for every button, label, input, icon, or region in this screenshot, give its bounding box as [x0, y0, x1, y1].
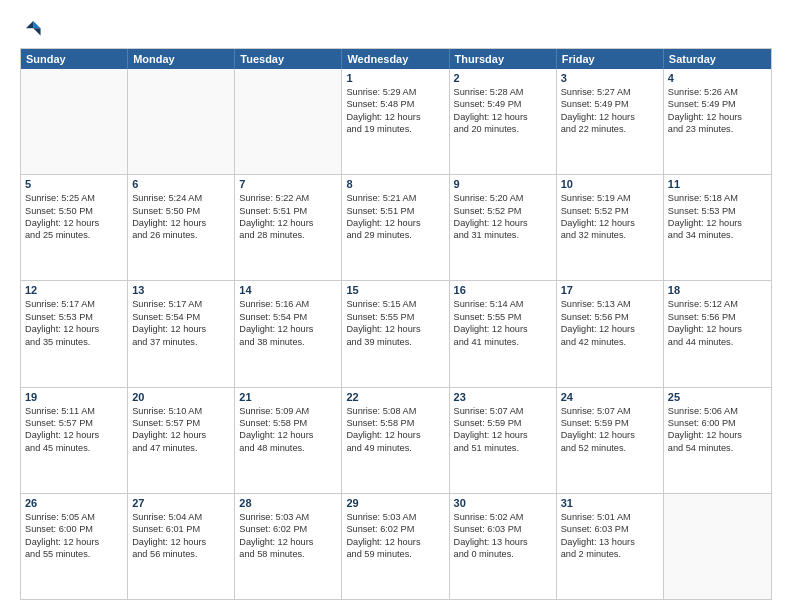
day-cell-20: 20Sunrise: 5:10 AMSunset: 5:57 PMDayligh…: [128, 388, 235, 493]
day-number: 6: [132, 178, 230, 190]
day-cell-8: 8Sunrise: 5:21 AMSunset: 5:51 PMDaylight…: [342, 175, 449, 280]
week-row-5: 26Sunrise: 5:05 AMSunset: 6:00 PMDayligh…: [21, 493, 771, 599]
cell-line: Daylight: 12 hours: [346, 536, 444, 548]
day-cell-31: 31Sunrise: 5:01 AMSunset: 6:03 PMDayligh…: [557, 494, 664, 599]
cell-line: Sunset: 5:54 PM: [132, 311, 230, 323]
day-cell-30: 30Sunrise: 5:02 AMSunset: 6:03 PMDayligh…: [450, 494, 557, 599]
day-cell-9: 9Sunrise: 5:20 AMSunset: 5:52 PMDaylight…: [450, 175, 557, 280]
cell-line: Daylight: 12 hours: [454, 429, 552, 441]
cell-line: Sunset: 5:50 PM: [25, 205, 123, 217]
cell-line: and 31 minutes.: [454, 229, 552, 241]
cell-line: and 39 minutes.: [346, 336, 444, 348]
calendar-body: 1Sunrise: 5:29 AMSunset: 5:48 PMDaylight…: [21, 69, 771, 599]
cell-line: and 2 minutes.: [561, 548, 659, 560]
cell-line: and 51 minutes.: [454, 442, 552, 454]
logo-icon: [20, 18, 42, 40]
cell-line: Sunrise: 5:22 AM: [239, 192, 337, 204]
day-number: 8: [346, 178, 444, 190]
day-number: 4: [668, 72, 767, 84]
day-cell-14: 14Sunrise: 5:16 AMSunset: 5:54 PMDayligh…: [235, 281, 342, 386]
cell-line: Sunset: 5:51 PM: [239, 205, 337, 217]
cell-line: Daylight: 12 hours: [668, 323, 767, 335]
cell-line: Sunset: 5:52 PM: [561, 205, 659, 217]
cell-line: Sunrise: 5:19 AM: [561, 192, 659, 204]
day-number: 13: [132, 284, 230, 296]
cell-line: Daylight: 12 hours: [25, 429, 123, 441]
day-cell-15: 15Sunrise: 5:15 AMSunset: 5:55 PMDayligh…: [342, 281, 449, 386]
day-cell-24: 24Sunrise: 5:07 AMSunset: 5:59 PMDayligh…: [557, 388, 664, 493]
svg-marker-2: [26, 21, 33, 28]
cell-line: and 38 minutes.: [239, 336, 337, 348]
cell-line: Daylight: 12 hours: [132, 536, 230, 548]
cell-line: Sunrise: 5:04 AM: [132, 511, 230, 523]
cell-line: and 37 minutes.: [132, 336, 230, 348]
cell-line: Daylight: 12 hours: [454, 323, 552, 335]
day-cell-16: 16Sunrise: 5:14 AMSunset: 5:55 PMDayligh…: [450, 281, 557, 386]
header: [20, 18, 772, 40]
day-number: 18: [668, 284, 767, 296]
cell-line: Sunset: 5:51 PM: [346, 205, 444, 217]
day-number: 30: [454, 497, 552, 509]
svg-marker-1: [33, 28, 40, 35]
cell-line: and 29 minutes.: [346, 229, 444, 241]
day-cell-23: 23Sunrise: 5:07 AMSunset: 5:59 PMDayligh…: [450, 388, 557, 493]
cell-line: Sunrise: 5:25 AM: [25, 192, 123, 204]
cell-line: Sunset: 6:02 PM: [239, 523, 337, 535]
cell-line: and 56 minutes.: [132, 548, 230, 560]
cell-line: and 20 minutes.: [454, 123, 552, 135]
day-header-thursday: Thursday: [450, 49, 557, 69]
cell-line: Daylight: 12 hours: [346, 217, 444, 229]
cell-line: Daylight: 12 hours: [132, 429, 230, 441]
day-number: 10: [561, 178, 659, 190]
cell-line: Sunrise: 5:16 AM: [239, 298, 337, 310]
cell-line: and 35 minutes.: [25, 336, 123, 348]
cell-line: Daylight: 12 hours: [346, 111, 444, 123]
cell-line: Daylight: 12 hours: [239, 429, 337, 441]
day-number: 25: [668, 391, 767, 403]
week-row-1: 1Sunrise: 5:29 AMSunset: 5:48 PMDaylight…: [21, 69, 771, 174]
day-number: 9: [454, 178, 552, 190]
cell-line: and 34 minutes.: [668, 229, 767, 241]
day-header-wednesday: Wednesday: [342, 49, 449, 69]
cell-line: and 48 minutes.: [239, 442, 337, 454]
cell-line: Sunset: 5:57 PM: [25, 417, 123, 429]
empty-cell-0-1: [128, 69, 235, 174]
day-number: 15: [346, 284, 444, 296]
cell-line: Sunrise: 5:07 AM: [454, 405, 552, 417]
cell-line: Sunset: 6:00 PM: [668, 417, 767, 429]
day-number: 7: [239, 178, 337, 190]
cell-line: Daylight: 12 hours: [561, 323, 659, 335]
cell-line: and 32 minutes.: [561, 229, 659, 241]
cell-line: and 23 minutes.: [668, 123, 767, 135]
day-number: 20: [132, 391, 230, 403]
day-header-saturday: Saturday: [664, 49, 771, 69]
day-header-sunday: Sunday: [21, 49, 128, 69]
cell-line: Sunrise: 5:17 AM: [132, 298, 230, 310]
cell-line: Sunrise: 5:03 AM: [239, 511, 337, 523]
cell-line: Sunrise: 5:09 AM: [239, 405, 337, 417]
day-cell-18: 18Sunrise: 5:12 AMSunset: 5:56 PMDayligh…: [664, 281, 771, 386]
cell-line: Sunrise: 5:29 AM: [346, 86, 444, 98]
cell-line: Sunset: 5:57 PM: [132, 417, 230, 429]
day-cell-7: 7Sunrise: 5:22 AMSunset: 5:51 PMDaylight…: [235, 175, 342, 280]
day-number: 2: [454, 72, 552, 84]
cell-line: and 26 minutes.: [132, 229, 230, 241]
cell-line: Sunset: 6:03 PM: [454, 523, 552, 535]
cell-line: Daylight: 12 hours: [454, 111, 552, 123]
cell-line: Sunset: 5:49 PM: [668, 98, 767, 110]
cell-line: Sunset: 6:03 PM: [561, 523, 659, 535]
day-number: 29: [346, 497, 444, 509]
cell-line: Sunset: 5:58 PM: [239, 417, 337, 429]
cell-line: Sunset: 6:00 PM: [25, 523, 123, 535]
calendar-header: SundayMondayTuesdayWednesdayThursdayFrid…: [21, 49, 771, 69]
cell-line: Sunrise: 5:20 AM: [454, 192, 552, 204]
day-number: 27: [132, 497, 230, 509]
day-header-monday: Monday: [128, 49, 235, 69]
day-header-friday: Friday: [557, 49, 664, 69]
day-cell-2: 2Sunrise: 5:28 AMSunset: 5:49 PMDaylight…: [450, 69, 557, 174]
cell-line: Sunrise: 5:14 AM: [454, 298, 552, 310]
cell-line: Sunrise: 5:13 AM: [561, 298, 659, 310]
week-row-3: 12Sunrise: 5:17 AMSunset: 5:53 PMDayligh…: [21, 280, 771, 386]
day-cell-22: 22Sunrise: 5:08 AMSunset: 5:58 PMDayligh…: [342, 388, 449, 493]
cell-line: Sunset: 5:59 PM: [561, 417, 659, 429]
